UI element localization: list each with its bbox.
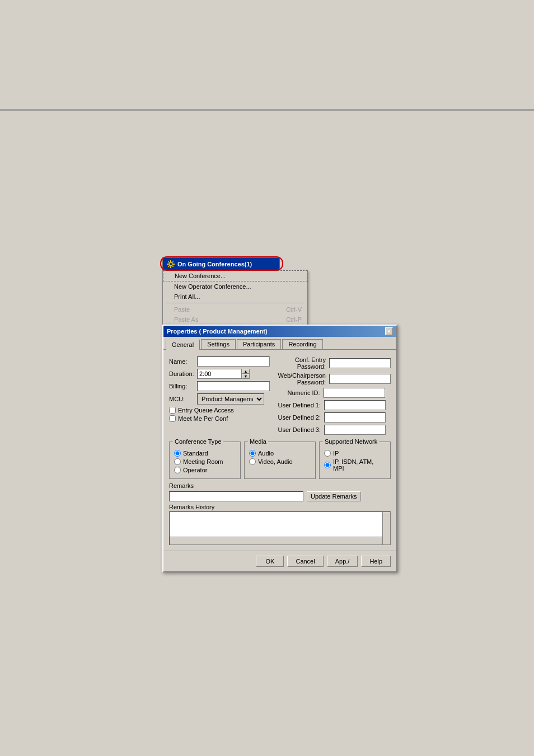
user-defined3-label: User Defined 3: [278, 426, 321, 433]
three-group-row: Conference Type Standard Meeting Room Op… [169, 439, 391, 479]
duration-label: Duration: [169, 370, 197, 377]
duration-row: Duration: ▲ ▼ [169, 369, 273, 379]
menu-item-new-conference[interactable]: New Conference... [163, 270, 307, 281]
help-button[interactable]: Help [361, 556, 391, 567]
properties-dialog: Properties ( Product Management) × Gener… [162, 325, 397, 572]
meet-me-per-conf-label: Meet Me Per Conf [178, 415, 228, 422]
form-top-section: Name: Duration: ▲ ▼ [169, 356, 391, 437]
user-defined2-label: User Defined 2: [278, 414, 321, 421]
video-audio-radio[interactable] [249, 458, 256, 465]
duration-input[interactable] [197, 369, 242, 379]
update-remarks-button[interactable]: Update Remarks [307, 491, 361, 501]
web-chairperson-pw-label: Web/Chairperson Password: [278, 372, 326, 386]
numeric-id-input[interactable] [324, 388, 385, 398]
audio-label: Audio [258, 450, 274, 457]
tab-settings[interactable]: Settings [201, 339, 236, 349]
user-defined3-input[interactable] [324, 425, 386, 435]
svg-rect-1 [170, 260, 171, 262]
numeric-id-row: Numeric ID: [278, 388, 391, 398]
mcu-select[interactable]: Product Management [197, 393, 264, 405]
menu-item-new-operator-conference[interactable]: New Operator Conference... [163, 281, 307, 292]
numeric-id-label: Numeric ID: [278, 389, 320, 396]
menu-item-print-all[interactable]: Print All... [163, 292, 307, 302]
svg-rect-4 [173, 264, 175, 265]
meet-me-per-conf-row: Meet Me Per Conf [169, 415, 273, 422]
operator-radio-row: Operator [174, 467, 236, 473]
form-left-col: Name: Duration: ▲ ▼ [169, 356, 273, 437]
supported-network-group: Supported Network IP IP, ISDN, ATM, MPI [319, 442, 391, 479]
svg-rect-3 [167, 264, 168, 265]
ok-button[interactable]: OK [256, 556, 284, 567]
standard-radio[interactable] [174, 450, 181, 457]
user-defined2-input[interactable] [324, 412, 386, 422]
remarks-history-label: Remarks History [169, 504, 391, 510]
user-defined3-row: User Defined 3: [278, 425, 391, 435]
meeting-room-radio-row: Meeting Room [174, 458, 236, 465]
remarks-input-row: Update Remarks [169, 491, 391, 501]
web-chairperson-pw-input[interactable] [329, 374, 391, 384]
ip-isdn-radio[interactable] [324, 462, 331, 468]
menu-item-paste-as: Paste As Ctrl-P [163, 314, 307, 325]
audio-radio-row: Audio [249, 450, 311, 457]
svg-rect-5 [168, 261, 170, 263]
user-defined1-input[interactable] [324, 400, 386, 410]
entry-queue-access-row: Entry Queue Access [169, 407, 273, 414]
name-input[interactable] [197, 356, 270, 367]
name-label: Name: [169, 358, 197, 365]
conference-type-label: Conference Type [173, 438, 223, 445]
ip-label: IP [333, 450, 339, 457]
tab-recording[interactable]: Recording [282, 339, 322, 349]
svg-rect-6 [172, 261, 174, 263]
remarks-scrollbar-horizontal[interactable] [170, 537, 382, 544]
entry-queue-access-label: Entry Queue Access [178, 407, 234, 414]
audio-radio[interactable] [249, 450, 256, 457]
mcu-row: MCU: Product Management [169, 393, 273, 405]
meeting-room-label: Meeting Room [183, 458, 223, 465]
meeting-room-radio[interactable] [174, 458, 181, 465]
dialog-tabs: General Settings Participants Recording [163, 337, 396, 350]
tab-general[interactable]: General [166, 339, 200, 350]
tab-participants[interactable]: Participants [237, 339, 281, 349]
mcu-label: MCU: [169, 396, 197, 402]
context-menu-container: On Going Conferences(1) New Conference..… [162, 257, 308, 325]
supported-network-label: Supported Network [323, 438, 379, 445]
svg-rect-2 [170, 266, 171, 268]
user-defined1-row: User Defined 1: [278, 400, 391, 410]
billing-row: Billing: [169, 381, 273, 391]
dialog-titlebar: Properties ( Product Management) × [163, 326, 396, 337]
ip-radio[interactable] [324, 450, 331, 457]
media-group: Media Audio Video, Audio [244, 442, 316, 479]
standard-label: Standard [183, 450, 208, 457]
operator-label: Operator [183, 467, 207, 473]
remarks-input[interactable] [169, 491, 303, 501]
dialog-footer: OK Cancel App./ Help [163, 551, 396, 571]
cancel-button[interactable]: Cancel [287, 556, 323, 567]
operator-radio[interactable] [174, 467, 181, 473]
gear-icon [166, 260, 175, 269]
conf-entry-pw-label: Conf. Entry Password: [278, 356, 326, 370]
remarks-section: Remarks Update Remarks Remarks History [169, 482, 391, 545]
meet-me-per-conf-checkbox[interactable] [169, 415, 176, 422]
form-right-col: Conf. Entry Password: Web/Chairperson Pa… [278, 356, 391, 437]
user-defined2-row: User Defined 2: [278, 412, 391, 422]
context-menu-header-label: On Going Conferences(1) [177, 261, 252, 267]
conference-type-group: Conference Type Standard Meeting Room Op… [169, 442, 241, 479]
dialog-window: Properties ( Product Management) × Gener… [162, 325, 397, 572]
billing-input[interactable] [197, 381, 270, 391]
ip-isdn-radio-row: IP, ISDN, ATM, MPI [324, 458, 386, 472]
spinner-down[interactable]: ▼ [242, 374, 250, 379]
dialog-close-button[interactable]: × [385, 327, 393, 335]
conf-entry-pw-input[interactable] [329, 358, 391, 368]
duration-spinner: ▲ ▼ [197, 369, 250, 379]
spinner-up[interactable]: ▲ [242, 369, 250, 374]
standard-radio-row: Standard [174, 450, 236, 457]
apply-button[interactable]: App./ [327, 556, 358, 567]
dialog-content: Name: Duration: ▲ ▼ [163, 350, 396, 551]
video-audio-radio-row: Video, Audio [249, 458, 311, 465]
dialog-title: Properties ( Product Management) [167, 328, 268, 335]
remarks-scrollbar-vertical[interactable] [382, 512, 390, 544]
svg-point-0 [169, 262, 172, 266]
ip-isdn-label: IP, ISDN, ATM, MPI [333, 458, 386, 472]
entry-queue-access-checkbox[interactable] [169, 407, 176, 414]
context-menu: New Conference... New Operator Conferenc… [162, 270, 308, 325]
